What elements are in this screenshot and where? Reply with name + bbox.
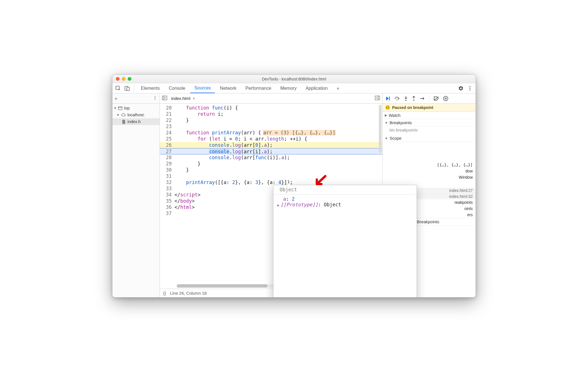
toolbar-divider xyxy=(429,96,430,101)
device-toggle-icon[interactable] xyxy=(123,84,131,92)
settings-icon[interactable] xyxy=(457,84,465,92)
svg-rect-25 xyxy=(387,107,388,109)
navigator-panel: » ▼ top ▼ localhost: xyxy=(112,93,160,297)
paused-banner: Paused on breakpoint xyxy=(383,104,476,112)
tab-network[interactable]: Network xyxy=(216,83,240,93)
file-icon xyxy=(122,120,126,124)
deactivate-breakpoints-icon[interactable] xyxy=(434,96,439,101)
svg-point-3 xyxy=(469,86,470,87)
cursor-position: Line 26, Column 18 xyxy=(170,291,207,296)
tab-memory[interactable]: Memory xyxy=(276,83,300,93)
svg-point-19 xyxy=(420,98,421,99)
chevron-right-icon: ▶ xyxy=(385,113,387,117)
svg-rect-23 xyxy=(446,97,446,100)
tab-sources[interactable]: Sources xyxy=(190,83,215,93)
window-maximize-icon[interactable] xyxy=(128,77,131,81)
svg-point-16 xyxy=(396,99,397,100)
titlebar: DevTools - localhost:8080/index.html xyxy=(112,75,476,83)
svg-point-18 xyxy=(413,100,414,101)
svg-point-8 xyxy=(155,99,156,100)
section-watch[interactable]: ▶Watch xyxy=(383,112,476,119)
section-breakpoints-label: Breakpoints xyxy=(390,120,412,125)
svg-rect-9 xyxy=(118,107,122,110)
breakpoints-empty: No breakpoints xyxy=(389,128,418,132)
section-scope[interactable]: ▼Scope xyxy=(383,135,476,142)
tab-performance[interactable]: Performance xyxy=(242,83,275,93)
window-minimize-icon[interactable] xyxy=(122,77,125,81)
tree-file-label: index.h xyxy=(127,119,141,124)
window-title: DevTools - localhost:8080/index.html xyxy=(262,77,326,81)
close-tab-icon[interactable]: × xyxy=(193,96,195,101)
svg-line-20 xyxy=(434,97,439,100)
svg-point-4 xyxy=(469,88,470,89)
twisty-icon: ▼ xyxy=(116,113,119,117)
window-close-icon[interactable] xyxy=(116,77,120,81)
tree-top-frame[interactable]: ▼ top xyxy=(112,105,160,111)
inspect-element-icon[interactable] xyxy=(114,84,122,92)
chevron-down-icon: ▼ xyxy=(385,121,388,124)
popup-body: a: 2 ▶[[Prototype]]: Object xyxy=(273,194,417,209)
step-over-icon[interactable] xyxy=(394,96,400,101)
toggle-debugger-icon[interactable] xyxy=(375,96,380,101)
tree-top-label: top xyxy=(124,106,130,110)
editor-tabbar: index.html × xyxy=(160,93,382,104)
tree-host-label: localhost: xyxy=(127,113,145,117)
navigator-overflow[interactable]: » xyxy=(115,96,117,101)
gutter[interactable]: 202122232425262728293031323334353637 xyxy=(160,104,174,289)
tree-host[interactable]: ▼ localhost: xyxy=(112,111,160,118)
svg-point-6 xyxy=(155,96,156,97)
devtools-window: DevTools - localhost:8080/index.html Ele… xyxy=(112,75,476,297)
file-tree: ▼ top ▼ localhost: xyxy=(112,104,160,126)
svg-point-5 xyxy=(469,89,470,91)
frame-icon xyxy=(118,106,122,110)
resume-icon[interactable] xyxy=(385,96,390,101)
tab-elements[interactable]: Elements xyxy=(137,83,164,93)
scope-value-fragment: Window xyxy=(383,174,476,180)
svg-rect-2 xyxy=(127,87,129,91)
chevron-down-icon: ▼ xyxy=(385,137,388,140)
cloud-icon xyxy=(121,113,126,117)
traffic-lights xyxy=(116,77,131,81)
main-tabs: Elements Console Sources Network Perform… xyxy=(112,83,476,93)
navigator-menu-icon[interactable] xyxy=(153,96,157,101)
format-braces-icon[interactable]: {} xyxy=(163,291,166,296)
object-preview-popup: Object a: 2 ▶[[Prototype]]: Object xyxy=(273,185,417,297)
navigator-toolbar: » xyxy=(112,93,160,104)
tab-divider xyxy=(134,85,134,92)
tabs-overflow[interactable]: » xyxy=(333,83,343,93)
scrollbar-thumb[interactable] xyxy=(177,284,268,288)
section-watch-label: Watch xyxy=(389,113,401,118)
editor-tab-label: index.html xyxy=(171,96,190,101)
debug-toolbar xyxy=(383,93,476,104)
section-scope-label: Scope xyxy=(390,136,402,141)
svg-point-7 xyxy=(155,98,156,99)
svg-rect-22 xyxy=(445,97,445,100)
tab-application[interactable]: Application xyxy=(302,83,331,93)
pause-on-exceptions-icon[interactable] xyxy=(443,96,448,101)
step-into-icon[interactable] xyxy=(404,96,408,101)
kebab-menu-icon[interactable] xyxy=(466,84,474,92)
tab-console[interactable]: Console xyxy=(165,83,189,93)
toggle-navigator-icon[interactable] xyxy=(162,96,167,101)
popup-title: Object xyxy=(273,185,417,194)
popup-prop-row[interactable]: a: 2 xyxy=(277,196,413,202)
editor-tab-indexhtml[interactable]: index.html × xyxy=(170,96,196,101)
scope-value-fragment: dow xyxy=(383,168,476,174)
paused-text: Paused on breakpoint xyxy=(392,105,433,110)
scope-value-fragment: [{…}, {…}, {…}] xyxy=(383,162,476,168)
step-icon[interactable] xyxy=(420,97,425,100)
svg-rect-26 xyxy=(387,106,388,107)
twisty-icon: ▼ xyxy=(114,106,116,110)
section-breakpoints[interactable]: ▼Breakpoints xyxy=(383,119,476,126)
svg-point-17 xyxy=(405,100,406,101)
vertical-scrollbar[interactable] xyxy=(379,105,382,153)
tree-file[interactable]: index.h xyxy=(112,118,160,125)
popup-proto-row[interactable]: ▶[[Prototype]]: Object xyxy=(277,202,413,207)
step-out-icon[interactable] xyxy=(412,96,416,101)
info-icon xyxy=(385,105,390,110)
svg-rect-15 xyxy=(389,97,390,100)
svg-point-21 xyxy=(443,96,448,101)
